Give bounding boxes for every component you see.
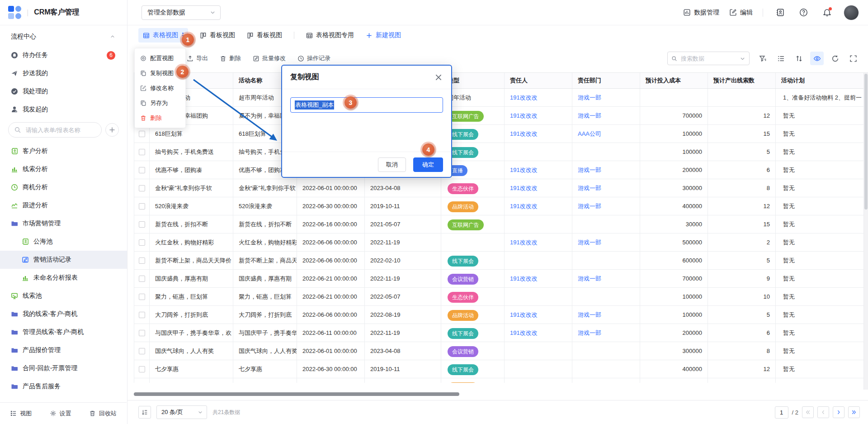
tab-看板视图[interactable]: 看板视图 — [200, 31, 235, 39]
dept-link[interactable]: 游戏一部 — [578, 112, 601, 119]
chevron-up-icon[interactable] — [110, 34, 115, 39]
confirm-button[interactable]: 确定 — [413, 157, 443, 172]
dept-link[interactable]: 游戏一部 — [578, 185, 601, 191]
header-action-数据管理[interactable]: 数据管理 — [683, 9, 719, 17]
avatar[interactable] — [844, 5, 859, 20]
sidebar-section-process[interactable]: 流程中心 — [0, 27, 127, 46]
menu-item-删除[interactable]: 删除 — [135, 110, 185, 125]
filter-button[interactable] — [756, 52, 769, 65]
dept-link[interactable]: 游戏一部 — [578, 203, 601, 210]
help-button[interactable] — [797, 6, 810, 19]
dept-link[interactable]: 游戏一部 — [578, 167, 601, 173]
owner-link[interactable]: 191改改改 — [510, 203, 538, 210]
vscroll-thumb[interactable] — [864, 74, 868, 210]
sidebar-item-营销活动记录[interactable]: 营销活动记录 — [0, 251, 127, 269]
refresh-button[interactable] — [828, 52, 842, 65]
owner-link[interactable]: 191改改改 — [510, 130, 538, 137]
cancel-button[interactable]: 取消 — [378, 157, 406, 172]
header-action-编辑[interactable]: 编辑 — [729, 9, 753, 17]
dept-link[interactable]: 游戏一部 — [578, 311, 601, 318]
sidebar-item-管理员线索-客户-商机[interactable]: 管理员线索-客户-商机 — [0, 323, 127, 341]
owner-link[interactable]: 191改改改 — [510, 185, 538, 191]
sidebar-item-公海池[interactable]: 公海池 — [0, 233, 127, 251]
row-checkbox[interactable] — [139, 257, 145, 264]
sort-button[interactable] — [792, 52, 806, 65]
dept-link[interactable]: 游戏一部 — [578, 94, 601, 101]
tab-表格视图[interactable]: 表格视图 — [138, 28, 188, 43]
table-search-input[interactable] — [667, 52, 750, 65]
sidebar-item-我的线索-客户-商机[interactable]: 我的线索-客户-商机 — [0, 305, 127, 323]
visibility-button[interactable] — [810, 52, 824, 65]
sidebar-footer-设置[interactable]: 设置 — [50, 410, 71, 418]
contacts-button[interactable] — [773, 6, 787, 19]
sidebar-item-产品报价管理[interactable]: 产品报价管理 — [0, 341, 127, 359]
toolbar-批量修改-button[interactable]: 批量修改 — [253, 54, 286, 62]
sidebar-footer-回收站[interactable]: 回收站 — [89, 410, 117, 418]
new-view-button[interactable]: 新建视图 — [366, 31, 401, 39]
dept-link[interactable]: 游戏一部 — [578, 275, 601, 282]
tab-看板视图[interactable]: 看板视图 — [247, 31, 282, 39]
vertical-scrollbar[interactable] — [863, 73, 868, 390]
row-checkbox[interactable] — [139, 185, 145, 191]
row-checkbox[interactable] — [139, 330, 145, 336]
dept-link[interactable]: 游戏一部 — [578, 239, 601, 246]
owner-link[interactable]: 191改改改 — [510, 239, 538, 246]
row-checkbox[interactable] — [139, 221, 145, 228]
sidebar-item-市场营销管理[interactable]: 市场营销管理 — [0, 214, 127, 233]
sidebar-search-field[interactable] — [25, 126, 96, 134]
sidebar-item-待办任务[interactable]: 待办任务6 — [0, 46, 127, 64]
sidebar-footer-视图[interactable]: 视图 — [10, 410, 32, 418]
menu-item-修改名称[interactable]: 修改名称 — [135, 81, 185, 95]
owner-link[interactable]: 191改改改 — [510, 167, 538, 173]
notifications-button[interactable] — [820, 6, 834, 19]
toolbar-导出-button[interactable]: 导出 — [187, 54, 208, 62]
toolbar-操作记录-button[interactable]: 操作记录 — [297, 54, 330, 62]
next-page-button[interactable] — [833, 406, 844, 418]
sidebar-item-未命名分析报表[interactable]: 未命名分析报表 — [0, 269, 127, 287]
owner-link[interactable]: 191改改改 — [510, 94, 538, 101]
view-name-input[interactable]: 表格视图_副本 — [290, 97, 443, 113]
dept-link[interactable]: AAA公司 — [578, 130, 601, 137]
row-checkbox[interactable] — [139, 312, 145, 318]
first-page-button[interactable] — [802, 406, 814, 418]
sidebar-item-线索分析[interactable]: 线索分析 — [0, 160, 127, 178]
sidebar-item-产品售后服务[interactable]: 产品售后服务 — [0, 377, 127, 395]
row-height-button[interactable] — [138, 406, 151, 419]
row-checkbox[interactable] — [139, 167, 145, 173]
row-checkbox[interactable] — [139, 348, 145, 354]
row-checkbox[interactable] — [139, 276, 145, 282]
sidebar-item-我处理的[interactable]: 我处理的 — [0, 82, 127, 100]
owner-link[interactable]: 191改改改 — [510, 329, 538, 336]
last-page-button[interactable] — [848, 406, 860, 418]
hscroll-thumb[interactable] — [134, 392, 459, 396]
tab-表格视图专用[interactable]: 表格视图专用 — [306, 31, 354, 39]
data-scope-select[interactable]: 管理全部数据 — [142, 5, 221, 20]
row-checkbox[interactable] — [139, 149, 145, 155]
horizontal-scrollbar[interactable] — [134, 392, 862, 396]
menu-item-另存为[interactable]: 另存为 — [135, 95, 185, 110]
sidebar-item-商机分析[interactable]: 商机分析 — [0, 178, 127, 196]
owner-link[interactable]: 191改改改 — [510, 311, 538, 318]
fullscreen-button[interactable] — [846, 52, 860, 65]
owner-link[interactable]: 191改改改 — [510, 112, 538, 119]
dept-link[interactable]: 游戏一部 — [578, 329, 601, 336]
row-checkbox[interactable] — [139, 131, 145, 137]
current-page-input[interactable]: 1 — [775, 406, 788, 419]
row-checkbox[interactable] — [139, 366, 145, 372]
menu-item-配置视图[interactable]: 配置视图 — [135, 51, 185, 66]
prev-page-button[interactable] — [817, 406, 829, 418]
chevron-down-icon[interactable] — [740, 56, 745, 62]
row-checkbox[interactable] — [139, 294, 145, 300]
sidebar-item-线索池[interactable]: 线索池 — [0, 287, 127, 305]
add-form-button[interactable] — [105, 123, 119, 137]
field-list-button[interactable] — [774, 52, 788, 65]
toolbar-删除-button[interactable]: 删除 — [220, 54, 241, 62]
sidebar-item-客户分析[interactable]: 客户分析 — [0, 142, 127, 160]
sidebar-item-我发起的[interactable]: 我发起的 — [0, 100, 127, 119]
page-size-select[interactable]: 20 条/页 — [156, 405, 207, 419]
row-checkbox[interactable] — [139, 203, 145, 210]
sidebar-item-跟进分析[interactable]: 跟进分析 — [0, 196, 127, 214]
close-icon[interactable] — [434, 73, 443, 82]
row-checkbox[interactable] — [139, 239, 145, 246]
sidebar-item-抄送我的[interactable]: 抄送我的 — [0, 64, 127, 82]
